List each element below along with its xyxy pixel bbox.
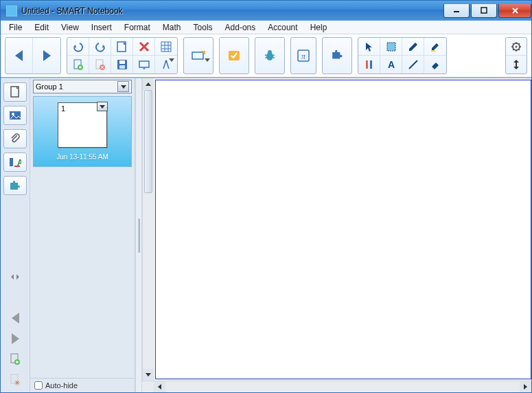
select-icon xyxy=(364,41,375,52)
bug-icon xyxy=(263,49,277,62)
svg-rect-13 xyxy=(192,52,203,59)
next-page-button[interactable] xyxy=(33,38,60,74)
puzzle-button[interactable] xyxy=(323,38,351,74)
move-toolbar-button[interactable] xyxy=(506,56,527,74)
scroll-left-button[interactable] xyxy=(154,381,165,392)
menu-tools[interactable]: Tools xyxy=(188,21,218,34)
menu-format[interactable]: Format xyxy=(119,21,156,34)
back-icon xyxy=(15,50,23,61)
scroll-down-button[interactable] xyxy=(143,369,154,381)
table-button[interactable] xyxy=(155,38,177,56)
menu-edit[interactable]: Edit xyxy=(29,21,54,34)
tab-properties[interactable]: A xyxy=(3,153,27,172)
pi-icon: π xyxy=(297,49,310,63)
dropdown-icon xyxy=(117,81,129,92)
delete-page-icon xyxy=(95,59,106,70)
highlighter-button[interactable] xyxy=(424,38,446,56)
sidebar-add-page-button[interactable] xyxy=(3,351,27,368)
tab-page-sorter[interactable] xyxy=(3,82,27,102)
redo-button[interactable] xyxy=(89,38,111,56)
svg-text:A: A xyxy=(387,59,394,70)
close-button[interactable] xyxy=(498,4,531,18)
vertical-scrollbar[interactable] xyxy=(142,78,154,381)
svg-text:π: π xyxy=(301,52,306,61)
capture-button[interactable]: <- icon -> xyxy=(184,38,213,74)
highlighter-icon xyxy=(430,41,441,52)
canvas[interactable] xyxy=(155,80,531,379)
delete-icon xyxy=(139,41,150,52)
maximize-button[interactable] xyxy=(471,4,497,18)
window-title: Untitled - SMART Notebook xyxy=(21,6,123,16)
menu-account[interactable]: Account xyxy=(262,21,303,34)
scroll-thumb[interactable] xyxy=(144,90,152,193)
puzzle-icon xyxy=(330,49,344,62)
side-tabs: A xyxy=(1,78,30,392)
redo-icon xyxy=(94,41,106,52)
group-select[interactable]: Group 1 xyxy=(33,80,132,93)
screen-share-icon xyxy=(139,59,150,70)
save-icon xyxy=(117,59,128,70)
area-select-icon xyxy=(386,41,397,52)
open-button[interactable] xyxy=(111,38,133,56)
marquee-button[interactable] xyxy=(380,38,402,56)
prev-page-button[interactable] xyxy=(5,38,33,74)
addons-button[interactable] xyxy=(255,38,284,74)
group-select-label: Group 1 xyxy=(36,82,63,91)
minimize-button[interactable] xyxy=(443,4,470,18)
panel-collapse-button[interactable] xyxy=(3,269,27,285)
settings-button[interactable] xyxy=(506,38,527,56)
collapse-icon xyxy=(10,273,21,281)
eraser-button[interactable] xyxy=(424,56,446,74)
svg-rect-23 xyxy=(370,60,372,69)
pen-button[interactable] xyxy=(402,38,424,56)
sidebar-delete-page-button[interactable] xyxy=(3,372,27,388)
splitter[interactable] xyxy=(135,78,142,392)
svg-rect-20 xyxy=(387,43,395,51)
activity-button[interactable] xyxy=(220,38,248,74)
next-group-button[interactable] xyxy=(3,330,27,347)
select-button[interactable] xyxy=(358,38,380,56)
menu-addons[interactable]: Add-ons xyxy=(220,21,262,34)
page-sorter-panel: Group 1 1 Jun 13-11:55 AM Auto-hide xyxy=(30,78,135,392)
dropdown-icon xyxy=(205,62,210,71)
titlebar: Untitled - SMART Notebook xyxy=(1,1,531,21)
screen-shade-button[interactable] xyxy=(133,56,155,74)
screen-icon: <- icon -> xyxy=(192,49,205,62)
autohide-checkbox[interactable]: Auto-hide xyxy=(30,378,135,392)
add-page-icon xyxy=(73,59,84,70)
undo-button[interactable] xyxy=(67,38,89,56)
tab-attachments[interactable] xyxy=(3,129,27,148)
save-button[interactable] xyxy=(111,56,133,74)
horizontal-scrollbar[interactable] xyxy=(142,381,531,392)
line-button[interactable] xyxy=(402,56,424,74)
expand-icon xyxy=(511,59,521,70)
tab-addons[interactable] xyxy=(3,176,27,195)
delete-button[interactable] xyxy=(133,38,155,56)
page-thumbnail[interactable]: 1 Jun 13-11:55 AM xyxy=(33,96,132,167)
page-menu-button[interactable] xyxy=(97,102,108,111)
menubar: File Edit View Insert Format Math Tools … xyxy=(1,21,531,34)
pens-button[interactable] xyxy=(358,56,380,74)
open-icon xyxy=(117,41,128,52)
autohide-input[interactable] xyxy=(34,381,43,390)
delete-page-button[interactable] xyxy=(89,56,111,74)
math-button[interactable]: π xyxy=(291,38,316,74)
menu-view[interactable]: View xyxy=(56,21,84,34)
gear-icon xyxy=(511,41,522,52)
menu-file[interactable]: File xyxy=(3,21,27,34)
menu-math[interactable]: Math xyxy=(157,21,187,34)
add-page-button[interactable] xyxy=(67,56,89,74)
menu-help[interactable]: Help xyxy=(305,21,333,34)
scroll-right-button[interactable] xyxy=(520,381,531,392)
menu-insert[interactable]: Insert xyxy=(86,21,117,34)
scroll-up-button[interactable] xyxy=(143,78,154,90)
svg-rect-3 xyxy=(161,42,171,52)
paperclip-icon xyxy=(10,133,21,145)
tab-gallery[interactable] xyxy=(3,106,27,125)
page-caption: Jun 13-11:55 AM xyxy=(56,153,108,161)
measurement-button[interactable] xyxy=(155,56,177,74)
prev-group-button[interactable] xyxy=(3,310,27,326)
text-button[interactable]: A xyxy=(380,56,402,74)
eraser-icon xyxy=(430,59,441,70)
svg-rect-10 xyxy=(119,65,125,69)
